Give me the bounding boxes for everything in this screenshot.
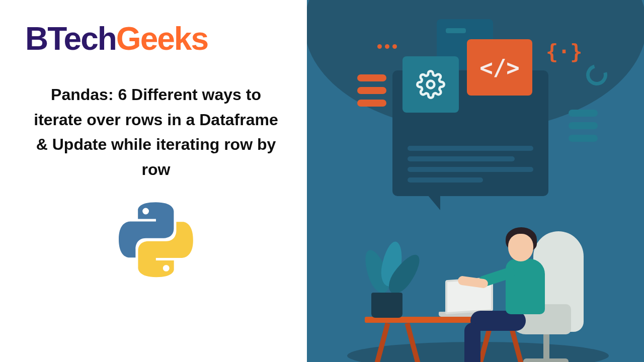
article-title: Pandas: 6 Different ways to iterate over… [25,82,287,182]
site-logo: BTechGeeks [25,20,287,57]
plant-pot [371,293,403,318]
illustration-panel: </> {·} [307,0,644,362]
svg-point-0 [427,81,435,88]
left-panel: BTechGeeks Pandas: 6 Different ways to i… [0,0,307,362]
hamburger-lines-left-icon [357,74,386,112]
code-panel-icon: </> [467,39,532,96]
logo-tech: Tech [47,21,116,57]
gear-panel-icon [403,56,459,113]
dots-icon [377,44,397,49]
logo-geeks: Geeks [116,21,208,57]
hamburger-lines-right-icon [569,110,598,147]
python-logo-icon [118,202,194,280]
speech-lines [408,146,533,188]
logo-b: B [25,21,47,57]
person-head [508,234,533,261]
braces-icon: {·} [546,40,582,63]
person-shin [464,323,480,362]
card-container: BTechGeeks Pandas: 6 Different ways to i… [0,0,644,362]
